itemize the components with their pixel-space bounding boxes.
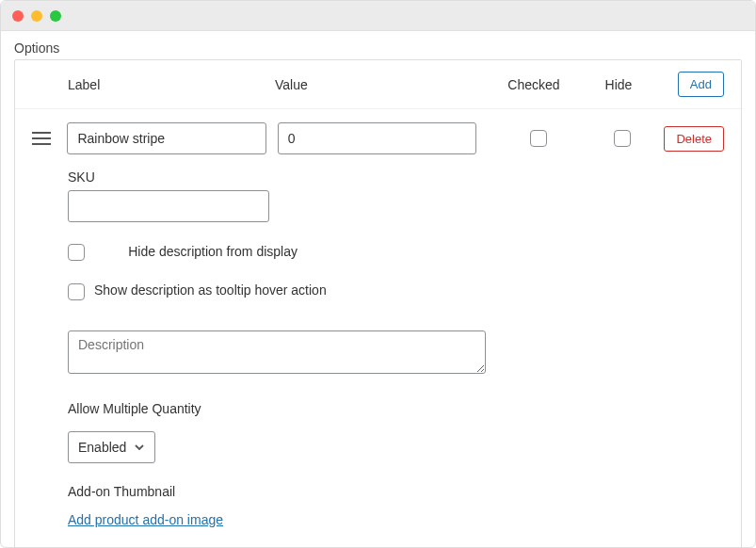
content: Options Label Value Checked Hide Add — [1, 31, 755, 547]
allow-multiple-quantity-select[interactable]: Enabled — [68, 431, 155, 463]
option-row: Delete SKU Hide description from display… — [15, 109, 741, 547]
label-input[interactable] — [67, 122, 265, 154]
window: Options Label Value Checked Hide Add — [0, 0, 756, 548]
description-textarea[interactable] — [68, 330, 486, 374]
allow-multiple-quantity-value: Enabled — [78, 440, 126, 455]
window-minimize-icon[interactable] — [31, 10, 42, 22]
hide-description-checkbox[interactable] — [68, 244, 85, 261]
header-label: Label — [68, 77, 275, 92]
add-button[interactable]: Add — [678, 72, 724, 97]
sku-input[interactable] — [68, 190, 269, 222]
tooltip-description-label: Show description as tooltip hover action — [94, 282, 327, 298]
options-panel: Label Value Checked Hide Add — [14, 59, 742, 547]
add-product-image-link[interactable]: Add product add-on image — [68, 512, 223, 527]
sku-label: SKU — [68, 169, 724, 185]
window-close-icon[interactable] — [12, 10, 24, 22]
table-header: Label Value Checked Hide Add — [15, 60, 741, 109]
section-title: Options — [14, 40, 742, 56]
tooltip-description-checkbox[interactable] — [68, 283, 85, 300]
header-value: Value — [275, 77, 491, 92]
hide-checkbox[interactable] — [614, 130, 631, 147]
allow-multiple-quantity-label: Allow Multiple Quantity — [68, 401, 724, 416]
chevron-down-icon — [134, 442, 145, 453]
hide-description-label: Hide description from display — [94, 243, 298, 262]
titlebar — [1, 1, 755, 31]
header-hide: Hide — [576, 77, 661, 92]
addon-thumbnail-label: Add-on Thumbnail — [68, 484, 724, 499]
checked-checkbox[interactable] — [530, 130, 547, 147]
delete-button[interactable]: Delete — [664, 126, 724, 152]
header-checked: Checked — [491, 77, 576, 92]
drag-handle-icon[interactable] — [32, 131, 67, 146]
window-maximize-icon[interactable] — [50, 10, 61, 22]
value-input[interactable] — [278, 122, 476, 154]
